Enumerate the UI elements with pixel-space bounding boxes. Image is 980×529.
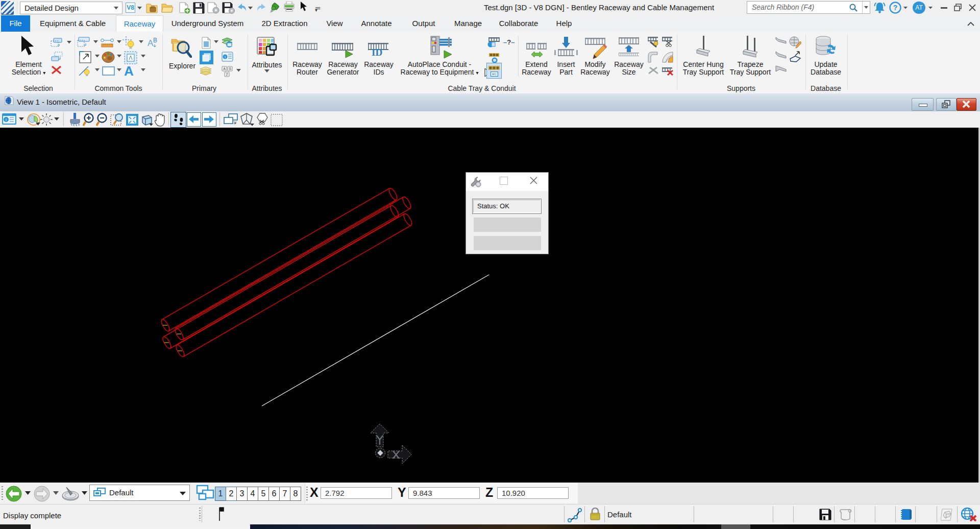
svg-text:i: i	[6, 117, 7, 122]
svg-text:i: i	[225, 55, 226, 59]
svg-text:?: ?	[893, 4, 898, 12]
svg-text:A: A	[223, 67, 226, 70]
svg-text:B: B	[153, 37, 157, 44]
svg-text:2: 2	[226, 73, 228, 76]
